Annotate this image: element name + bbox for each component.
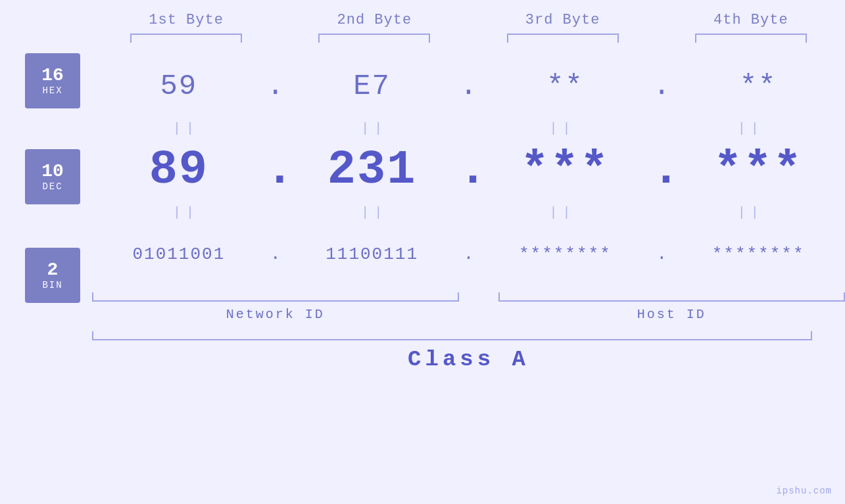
dec-dot1: . (266, 143, 285, 197)
bracket-top-4 (695, 34, 807, 43)
id-labels-row: Network ID Host ID (92, 307, 845, 322)
bracket-cell-2 (280, 32, 468, 44)
network-bracket (92, 292, 459, 302)
rows-section: 16 HEX 59 . E7 . ** . ** || || || || 10 … (0, 44, 845, 504)
bracket-cell-3 (469, 32, 657, 44)
byte1-header: 1st Byte (92, 12, 280, 28)
dec-b2: 231 (285, 143, 459, 197)
dec-dot2: . (459, 143, 479, 197)
bin-row: 01011001 . 11100111 . ******** . *******… (92, 221, 845, 287)
byte3-header: 3rd Byte (469, 12, 657, 28)
host-bracket (498, 292, 846, 302)
dec-label-box: 10 DEC (25, 149, 80, 204)
bin-dot3: . (652, 244, 671, 264)
hex-row: 59 . E7 . ** . ** (92, 53, 845, 119)
class-label: Class A (92, 347, 845, 372)
network-id-label: Network ID (92, 307, 459, 322)
hex-num: 16 (41, 66, 64, 86)
bracket-cell-1 (92, 32, 280, 44)
dec-b4: *** (671, 143, 845, 197)
class-bracket-container (92, 331, 845, 340)
eq-row-2: || || || || (92, 203, 845, 221)
dec-num: 10 (41, 162, 64, 182)
dec-b1: 89 (92, 143, 266, 197)
bin-dot2: . (459, 244, 479, 264)
hex-b2: E7 (285, 70, 459, 103)
hex-b1: 59 (92, 70, 266, 103)
bracket-top-2 (318, 34, 430, 43)
hex-label-box: 16 HEX (25, 53, 80, 108)
eq2: || (280, 121, 468, 136)
class-bracket (92, 331, 812, 340)
bin-b2: 11100111 (285, 244, 459, 264)
bracket-cell-4 (657, 32, 845, 44)
byte4-header: 4th Byte (657, 12, 845, 28)
byte-headers: 1st Byte 2nd Byte 3rd Byte 4th Byte (0, 12, 845, 28)
byte2-header: 2nd Byte (280, 12, 468, 28)
eq5: || (92, 205, 280, 220)
eq7: || (469, 205, 657, 220)
hex-dot1: . (266, 70, 285, 103)
bin-dot1: . (266, 244, 285, 264)
bin-base: BIN (42, 280, 62, 290)
main-container: 1st Byte 2nd Byte 3rd Byte 4th Byte 16 H… (0, 0, 845, 504)
bracket-top-3 (507, 34, 619, 43)
bin-label-box: 2 BIN (25, 248, 80, 303)
dec-row: 89 . 231 . *** . *** (92, 137, 845, 203)
eq1: || (92, 121, 280, 136)
bracket-top-1 (130, 34, 242, 43)
eq6: || (280, 205, 468, 220)
dec-dot3: . (652, 143, 671, 197)
bin-num: 2 (47, 260, 59, 281)
watermark: ipshu.com (776, 486, 832, 496)
host-id-label: Host ID (498, 307, 846, 322)
hex-base: HEX (42, 85, 62, 96)
bin-b3: ******** (479, 244, 652, 264)
top-brackets (0, 32, 845, 44)
hex-dot2: . (459, 70, 479, 103)
dec-base: DEC (42, 181, 62, 192)
bottom-brackets-row (92, 290, 845, 302)
hex-b3: ** (479, 70, 652, 103)
bin-b1: 01011001 (92, 244, 266, 264)
hex-b4: ** (671, 70, 845, 103)
eq3: || (469, 121, 657, 136)
eq8: || (657, 205, 845, 220)
eq4: || (657, 121, 845, 136)
eq-row-1: || || || || (92, 119, 845, 137)
bin-b4: ******** (671, 244, 845, 264)
dec-b3: *** (479, 143, 652, 197)
hex-dot3: . (652, 70, 671, 103)
